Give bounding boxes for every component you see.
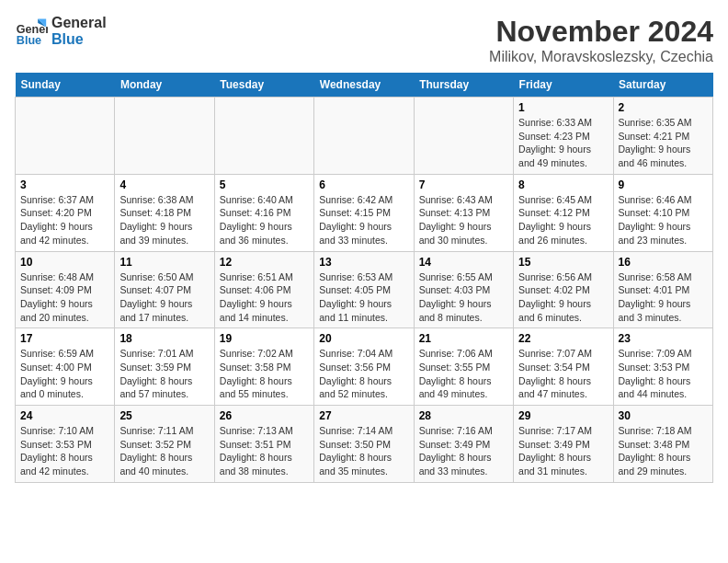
day-number: 17 — [20, 332, 109, 345]
day-info: Sunrise: 6:50 AM Sunset: 4:07 PM Dayligh… — [119, 270, 209, 325]
calendar-cell: 12Sunrise: 6:51 AM Sunset: 4:06 PM Dayli… — [214, 251, 313, 328]
day-info: Sunrise: 6:48 AM Sunset: 4:09 PM Dayligh… — [20, 270, 109, 325]
day-info: Sunrise: 7:07 AM Sunset: 3:54 PM Dayligh… — [518, 347, 608, 401]
day-info: Sunrise: 7:16 AM Sunset: 3:49 PM Dayligh… — [419, 424, 508, 478]
day-info: Sunrise: 7:02 AM Sunset: 3:58 PM Dayligh… — [220, 347, 309, 401]
day-number: 24 — [20, 409, 109, 422]
calendar-cell — [314, 98, 414, 175]
calendar-cell: 15Sunrise: 6:56 AM Sunset: 4:02 PM Dayli… — [514, 251, 613, 328]
calendar-cell: 5Sunrise: 6:40 AM Sunset: 4:16 PM Daylig… — [214, 174, 313, 251]
day-info: Sunrise: 7:14 AM Sunset: 3:50 PM Dayligh… — [319, 424, 408, 478]
calendar-cell: 2Sunrise: 6:35 AM Sunset: 4:21 PM Daylig… — [613, 98, 712, 175]
calendar-cell: 7Sunrise: 6:43 AM Sunset: 4:13 PM Daylig… — [414, 174, 513, 251]
day-number: 30 — [619, 409, 708, 422]
weekday-header-monday: Monday — [115, 73, 214, 98]
day-info: Sunrise: 6:46 AM Sunset: 4:10 PM Dayligh… — [619, 193, 708, 247]
day-number: 23 — [619, 332, 708, 345]
weekday-header-wednesday: Wednesday — [314, 73, 414, 98]
weekday-header-row: SundayMondayTuesdayWednesdayThursdayFrid… — [16, 73, 713, 98]
week-row-3: 10Sunrise: 6:48 AM Sunset: 4:09 PM Dayli… — [16, 251, 713, 328]
calendar-cell: 6Sunrise: 6:42 AM Sunset: 4:15 PM Daylig… — [314, 174, 414, 251]
day-number: 19 — [220, 332, 309, 345]
day-info: Sunrise: 7:01 AM Sunset: 3:59 PM Dayligh… — [119, 347, 209, 401]
calendar-cell: 18Sunrise: 7:01 AM Sunset: 3:59 PM Dayli… — [115, 328, 214, 406]
day-number: 29 — [518, 409, 608, 422]
calendar-cell: 10Sunrise: 6:48 AM Sunset: 4:09 PM Dayli… — [16, 251, 115, 328]
day-info: Sunrise: 6:51 AM Sunset: 4:06 PM Dayligh… — [220, 270, 309, 325]
calendar-cell: 16Sunrise: 6:58 AM Sunset: 4:01 PM Dayli… — [613, 251, 712, 328]
calendar-cell: 1Sunrise: 6:33 AM Sunset: 4:23 PM Daylig… — [514, 98, 613, 175]
day-info: Sunrise: 7:11 AM Sunset: 3:52 PM Dayligh… — [119, 424, 209, 478]
logo-icon: General Blue — [15, 15, 48, 48]
weekday-header-friday: Friday — [514, 73, 613, 98]
day-number: 27 — [319, 409, 408, 422]
week-row-1: 1Sunrise: 6:33 AM Sunset: 4:23 PM Daylig… — [16, 98, 713, 175]
day-number: 25 — [119, 409, 209, 422]
calendar-cell: 24Sunrise: 7:10 AM Sunset: 3:53 PM Dayli… — [16, 406, 115, 483]
day-info: Sunrise: 7:10 AM Sunset: 3:53 PM Dayligh… — [20, 424, 109, 478]
day-info: Sunrise: 6:40 AM Sunset: 4:16 PM Dayligh… — [220, 193, 309, 247]
calendar-cell: 27Sunrise: 7:14 AM Sunset: 3:50 PM Dayli… — [314, 406, 414, 483]
day-info: Sunrise: 6:37 AM Sunset: 4:20 PM Dayligh… — [20, 193, 109, 247]
day-number: 7 — [419, 178, 508, 191]
weekday-header-sunday: Sunday — [16, 73, 115, 98]
day-info: Sunrise: 6:56 AM Sunset: 4:02 PM Dayligh… — [518, 270, 608, 325]
calendar-cell — [414, 98, 513, 175]
weekday-header-tuesday: Tuesday — [214, 73, 313, 98]
calendar-cell: 11Sunrise: 6:50 AM Sunset: 4:07 PM Dayli… — [115, 251, 214, 328]
day-number: 21 — [419, 332, 508, 345]
calendar-cell: 30Sunrise: 7:18 AM Sunset: 3:48 PM Dayli… — [613, 406, 712, 483]
day-number: 11 — [119, 256, 209, 269]
day-number: 18 — [119, 332, 209, 345]
calendar-cell: 3Sunrise: 6:37 AM Sunset: 4:20 PM Daylig… — [16, 174, 115, 251]
day-info: Sunrise: 6:53 AM Sunset: 4:05 PM Dayligh… — [319, 270, 408, 325]
day-number: 1 — [518, 101, 608, 114]
day-number: 15 — [518, 256, 608, 269]
calendar-cell: 28Sunrise: 7:16 AM Sunset: 3:49 PM Dayli… — [414, 406, 513, 483]
day-number: 8 — [518, 178, 608, 191]
day-info: Sunrise: 6:59 AM Sunset: 4:00 PM Dayligh… — [20, 347, 109, 401]
calendar-cell: 26Sunrise: 7:13 AM Sunset: 3:51 PM Dayli… — [214, 406, 313, 483]
calendar-cell — [115, 98, 214, 175]
day-number: 2 — [619, 101, 708, 114]
calendar-cell: 25Sunrise: 7:11 AM Sunset: 3:52 PM Dayli… — [115, 406, 214, 483]
day-info: Sunrise: 7:17 AM Sunset: 3:49 PM Dayligh… — [518, 424, 608, 478]
calendar-cell: 17Sunrise: 6:59 AM Sunset: 4:00 PM Dayli… — [16, 328, 115, 406]
calendar-cell: 20Sunrise: 7:04 AM Sunset: 3:56 PM Dayli… — [314, 328, 414, 406]
calendar-cell: 8Sunrise: 6:45 AM Sunset: 4:12 PM Daylig… — [514, 174, 613, 251]
day-number: 9 — [619, 178, 708, 191]
weekday-header-thursday: Thursday — [414, 73, 513, 98]
day-info: Sunrise: 7:13 AM Sunset: 3:51 PM Dayligh… — [220, 424, 309, 478]
day-number: 26 — [220, 409, 309, 422]
calendar-cell: 19Sunrise: 7:02 AM Sunset: 3:58 PM Dayli… — [214, 328, 313, 406]
calendar-subtitle: Milikov, Moravskoslezsky, Czechia — [489, 49, 713, 65]
calendar-cell: 29Sunrise: 7:17 AM Sunset: 3:49 PM Dayli… — [514, 406, 613, 483]
logo: General Blue General Blue — [15, 15, 107, 48]
calendar-cell: 23Sunrise: 7:09 AM Sunset: 3:53 PM Dayli… — [613, 328, 712, 406]
day-number: 22 — [518, 332, 608, 345]
day-info: Sunrise: 7:09 AM Sunset: 3:53 PM Dayligh… — [619, 347, 708, 401]
day-number: 10 — [20, 256, 109, 269]
day-info: Sunrise: 6:45 AM Sunset: 4:12 PM Dayligh… — [518, 193, 608, 247]
day-number: 3 — [20, 178, 109, 191]
calendar-cell: 4Sunrise: 6:38 AM Sunset: 4:18 PM Daylig… — [115, 174, 214, 251]
day-number: 12 — [220, 256, 309, 269]
calendar-title: November 2024 — [489, 15, 713, 49]
logo-blue: Blue — [51, 31, 107, 48]
day-info: Sunrise: 6:33 AM Sunset: 4:23 PM Dayligh… — [518, 116, 608, 170]
day-info: Sunrise: 7:06 AM Sunset: 3:55 PM Dayligh… — [419, 347, 508, 401]
day-number: 14 — [419, 256, 508, 269]
day-info: Sunrise: 6:55 AM Sunset: 4:03 PM Dayligh… — [419, 270, 508, 325]
day-number: 13 — [319, 256, 408, 269]
calendar-cell: 22Sunrise: 7:07 AM Sunset: 3:54 PM Dayli… — [514, 328, 613, 406]
day-number: 20 — [319, 332, 408, 345]
logo-general: General — [51, 15, 107, 31]
calendar-cell: 9Sunrise: 6:46 AM Sunset: 4:10 PM Daylig… — [613, 174, 712, 251]
day-info: Sunrise: 6:43 AM Sunset: 4:13 PM Dayligh… — [419, 193, 508, 247]
day-number: 16 — [619, 256, 708, 269]
day-info: Sunrise: 6:38 AM Sunset: 4:18 PM Dayligh… — [119, 193, 209, 247]
weekday-header-saturday: Saturday — [613, 73, 712, 98]
day-info: Sunrise: 7:18 AM Sunset: 3:48 PM Dayligh… — [619, 424, 708, 478]
week-row-5: 24Sunrise: 7:10 AM Sunset: 3:53 PM Dayli… — [16, 406, 713, 483]
page-header: General Blue General Blue November 2024 … — [15, 15, 713, 65]
